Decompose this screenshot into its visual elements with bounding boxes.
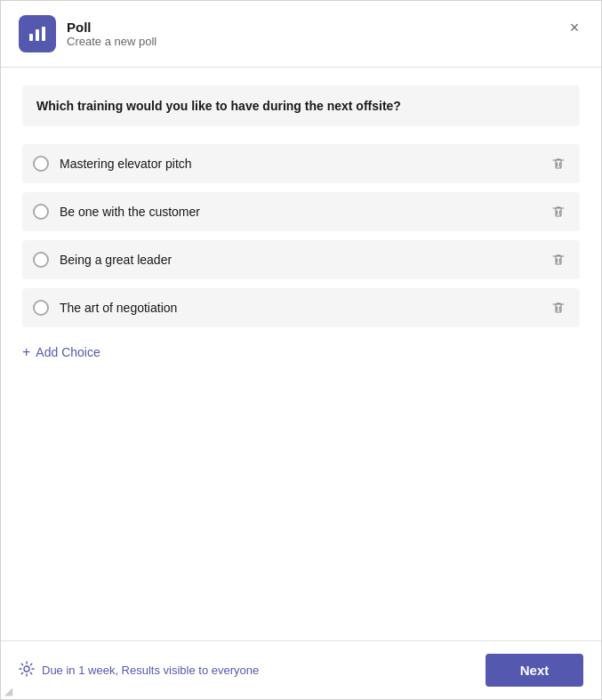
choice-radio-3[interactable] xyxy=(33,252,49,268)
close-button[interactable]: × xyxy=(562,15,587,40)
choice-radio-1[interactable] xyxy=(33,156,49,172)
dialog-footer: Due in 1 week, Results visible to everyo… xyxy=(1,640,601,699)
add-choice-label: Add Choice xyxy=(36,345,100,359)
delete-button-2[interactable] xyxy=(548,201,569,222)
poll-dialog: Poll Create a new poll × Which training … xyxy=(0,0,602,700)
footer-info-text: Due in 1 week, Results visible to everyo… xyxy=(42,664,259,677)
choice-label-1: Mastering elevator pitch xyxy=(60,157,548,171)
svg-rect-2 xyxy=(42,27,45,41)
footer-info: Due in 1 week, Results visible to everyo… xyxy=(19,661,259,680)
dialog-subtitle: Create a new poll xyxy=(67,35,157,48)
question-text: Which training would you like to have du… xyxy=(36,99,401,113)
choice-label-2: Be one with the customer xyxy=(60,205,548,219)
delete-button-3[interactable] xyxy=(548,249,569,270)
plus-icon: + xyxy=(22,345,30,359)
choice-radio-2[interactable] xyxy=(33,204,49,220)
choice-item: Be one with the customer xyxy=(22,192,580,231)
poll-app-icon xyxy=(19,15,56,52)
next-button[interactable]: Next xyxy=(486,654,583,687)
dialog-content: Which training would you like to have du… xyxy=(1,68,601,640)
choices-list: Mastering elevator pitch Be one with the… xyxy=(22,144,580,327)
header-text-group: Poll Create a new poll xyxy=(67,20,157,48)
choice-item: Mastering elevator pitch xyxy=(22,144,580,183)
choice-label-3: Being a great leader xyxy=(60,253,548,267)
choice-item: The art of negotiation xyxy=(22,288,580,327)
choice-radio-4[interactable] xyxy=(33,300,49,316)
dialog-header: Poll Create a new poll × xyxy=(1,1,601,68)
choice-label-4: The art of negotiation xyxy=(60,301,548,315)
add-choice-button[interactable]: + Add Choice xyxy=(22,342,100,363)
dialog-title: Poll xyxy=(67,20,157,35)
delete-button-1[interactable] xyxy=(548,153,569,174)
resize-handle: ◢ xyxy=(4,685,15,696)
settings-icon xyxy=(19,661,35,680)
svg-rect-1 xyxy=(36,29,39,41)
delete-button-4[interactable] xyxy=(548,297,569,318)
question-box: Which training would you like to have du… xyxy=(22,85,580,126)
svg-point-11 xyxy=(24,666,29,672)
svg-rect-0 xyxy=(29,34,33,41)
choice-item: Being a great leader xyxy=(22,240,580,279)
